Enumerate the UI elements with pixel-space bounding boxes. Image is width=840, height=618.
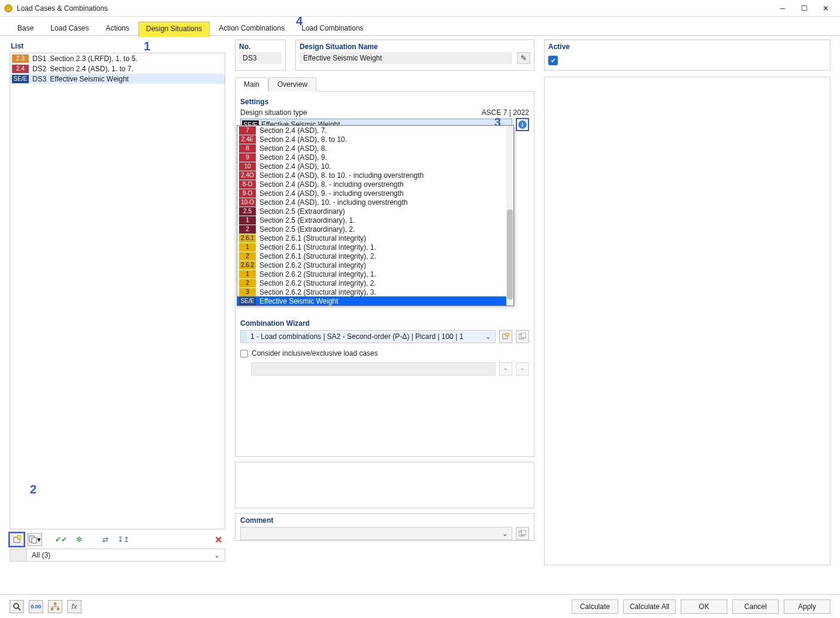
active-box: Active ✔ [544,40,830,71]
dropdown-badge: 8 [239,144,256,153]
combination-wizard-select[interactable]: 1 - Load combinations | SA2 - Second-ord… [240,330,495,343]
annotation-1: 1 [144,40,150,53]
list-ds: DS3 [32,75,46,83]
apply-button[interactable]: Apply [784,599,830,614]
search-button[interactable] [10,600,24,613]
app-icon [4,4,13,13]
cancel-button[interactable]: Cancel [732,599,779,614]
info-button[interactable]: i [516,118,529,131]
tree-button[interactable] [48,600,62,613]
dropdown-label: Section 2.4 (ASD), 8. to 10. [259,135,347,144]
dropdown-item[interactable]: 2.6.2 Section 2.6.2 (Structural integrit… [237,260,513,269]
check-green-icon[interactable]: ✔✔ [54,533,68,546]
tab-action-combinations[interactable]: Action Combinations [211,21,292,36]
tab-overview[interactable]: Overview [268,77,316,92]
dropdown-badge: 7 [239,126,256,135]
wizard-header: Combination Wizard [240,319,529,328]
dropdown-badge: 2 [239,279,256,287]
dropdown-item[interactable]: 2 Section 2.5 (Extraordinary), 2. [237,225,513,234]
dropdown-badge: 2 [239,225,256,234]
list-filter-select[interactable]: All (3) ⌄ [10,549,225,562]
dropdown-item[interactable]: 2.4O Section 2.4 (ASD), 8. to 10. - incl… [237,171,513,180]
ok-button[interactable]: OK [681,599,727,614]
name-field-box: Design Situation Name Effective Seismic … [295,40,534,71]
dropdown-item[interactable]: 8-O Section 2.4 (ASD), 8. - including ov… [237,180,513,189]
close-button[interactable]: ✕ [815,1,836,16]
maximize-button[interactable]: ☐ [793,1,815,16]
svg-point-0 [5,5,12,12]
tab-actions[interactable]: Actions [98,21,137,36]
list-item[interactable]: SE/E DS3 Effective Seismic Weight [10,74,225,84]
dropdown-item[interactable]: 1 Section 2.6.2 (Structural integrity), … [237,269,513,278]
dropdown-item[interactable]: 10-O Section 2.4 (ASD), 10. - including … [237,198,513,207]
tab-load-combinations[interactable]: Load Combinations [294,21,371,36]
tab-base[interactable]: Base [10,21,41,36]
wizard-edit-button[interactable] [516,330,529,343]
minimize-button[interactable]: ─ [772,1,793,16]
tab-main[interactable]: Main [235,77,268,92]
dropdown-label: Section 2.4 (ASD), 8. to 10. - including… [259,171,424,180]
dropdown-badge: 8-O [239,180,256,189]
dropdown-badge: 2.6.1 [239,234,256,243]
formula-button[interactable]: fx [67,600,81,613]
design-situation-list[interactable]: 2.3 DS1 Section 2.3 (LRFD), 1. to 5.2.4 … [10,53,225,529]
detail-subtabs: Main Overview [235,77,534,92]
dropdown-item[interactable]: 9-O Section 2.4 (ASD), 9. - including ov… [237,189,513,198]
svg-rect-8 [521,333,526,338]
new-item-button[interactable] [10,533,24,546]
units-button[interactable]: 0.00 [29,600,43,613]
dropdown-badge: 1 [239,243,256,252]
dropdown-item[interactable]: 7 Section 2.4 (ASD), 7. [237,126,513,135]
leaf-icon[interactable]: ❇ [72,533,86,546]
dropdown-item[interactable]: 2 Section 2.6.1 (Structural integrity), … [237,252,513,260]
dropdown-label: Effective Seismic Weight [259,297,339,305]
active-label: Active [545,40,830,52]
name-value[interactable]: Effective Seismic Weight [300,52,512,64]
scrollbar[interactable] [506,126,513,305]
settings-header: Settings [240,98,529,106]
title-bar: Load Cases & Combinations ─ ☐ ✕ [0,0,840,17]
copy-item-button[interactable]: ▾ [28,533,42,546]
dropdown-item[interactable]: 1 Section 2.5 (Extraordinary), 1. [237,216,513,225]
calculate-button[interactable]: Calculate [572,599,618,614]
dropdown-item[interactable]: 1 Section 2.6.1 (Structural integrity), … [237,243,513,252]
active-checkbox[interactable]: ✔ [548,56,558,65]
dropdown-label: Section 2.4 (ASD), 9. - including overst… [259,189,404,198]
ie-edit-button[interactable]: ▫ [516,362,529,375]
dropdown-item[interactable]: 2.4E Section 2.4 (ASD), 8. to 10. [237,135,513,144]
scrollbar-thumb[interactable] [507,210,513,299]
dropdown-label: Section 2.6.1 (Structural integrity), 2. [259,252,376,260]
sort-icon[interactable]: ↧↥ [116,533,131,546]
comment-edit-button[interactable] [516,527,529,540]
wizard-new-button[interactable] [499,330,512,343]
list-label: Section 2.4 (ASD), 1. to 7. [50,65,133,73]
window-title: Load Cases & Combinations [17,4,108,13]
dropdown-item[interactable]: 9 Section 2.4 (ASD), 9. [237,153,513,162]
list-item[interactable]: 2.3 DS1 Section 2.3 (LRFD), 1. to 5. [10,53,225,63]
swap-icon[interactable]: ⇄ [98,533,113,546]
dropdown-item[interactable]: SE/E Effective Seismic Weight [237,296,513,305]
tab-load-cases[interactable]: Load Cases [43,21,96,36]
dropdown-item[interactable]: 3 Section 2.6.2 (Structural integrity), … [237,287,513,296]
svg-rect-6 [506,333,509,336]
info-icon: i [518,120,527,129]
dropdown-item[interactable]: 8 Section 2.4 (ASD), 8. [237,144,513,153]
calculate-all-button[interactable]: Calculate All [623,599,676,614]
ie-new-button[interactable]: ▫ [499,362,512,375]
svg-rect-2 [17,535,21,539]
edit-name-button[interactable]: ✎ [517,52,530,64]
comment-select[interactable]: ⌄ [240,527,512,540]
delete-button[interactable]: ✕ [211,533,225,546]
list-item[interactable]: 2.4 DS2 Section 2.4 (ASD), 1. to 7. [10,63,225,74]
no-value[interactable]: DS3 [239,52,282,64]
tab-design-situations[interactable]: Design Situations [138,22,210,37]
dropdown-item[interactable]: 2 Section 2.6.2 (Structural integrity), … [237,278,513,287]
dropdown-item[interactable]: 2.6.1 Section 2.6.1 (Structural integrit… [237,234,513,243]
dropdown-item[interactable]: 10 Section 2.4 (ASD), 10. [237,162,513,171]
dst-dropdown-list[interactable]: 7 Section 2.4 (ASD), 7.2.4E Section 2.4 … [237,125,514,306]
list-ds: DS2 [32,65,46,73]
dropdown-badge: 2.6.2 [239,261,256,269]
dropdown-label: Section 2.6.2 (Structural integrity), 2. [259,279,376,287]
consider-checkbox[interactable] [240,350,248,358]
dropdown-item[interactable]: 2.5 Section 2.5 (Extraordinary) [237,207,513,216]
